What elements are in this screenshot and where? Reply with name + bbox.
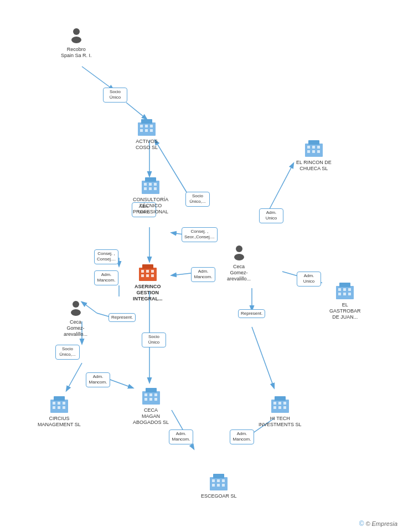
svg-rect-63 [149, 398, 152, 401]
svg-rect-54 [53, 406, 55, 409]
svg-rect-29 [145, 129, 148, 132]
svg-rect-42 [146, 270, 149, 273]
consultoria-label: CONSULTORÍA TÉCNICO PROFESIONAL [133, 197, 168, 214]
ceca-person-node: Ceca Gomez- arevalillo... [227, 244, 251, 282]
adm-mancom-badge-aserinco[interactable]: Adm. Mancom. [191, 267, 215, 282]
diagram: Recobro Spain Sa R. I. Socio Único ACTIV… [0, 0, 403, 532]
recobro-node: Recobro Spain Sa R. I. [61, 27, 92, 59]
adm-mancom-badge-4[interactable]: Adm. Mancom. [230, 429, 254, 444]
socio-unico-badge-2[interactable]: Socio Único,... [185, 192, 210, 207]
svg-rect-58 [146, 388, 157, 392]
el-rincon-label: EL RINCON DE CHUECA SL [296, 160, 332, 172]
svg-rect-50 [54, 396, 65, 401]
company-icon [136, 116, 157, 137]
company-icon-2 [140, 175, 161, 196]
socio-unico-badge-3[interactable]: Socio Único [142, 332, 166, 347]
company-icon-escegoar [208, 471, 229, 492]
svg-point-66 [234, 254, 244, 260]
person-icon-3 [231, 244, 247, 263]
svg-rect-64 [154, 398, 157, 401]
svg-rect-61 [154, 393, 157, 396]
svg-rect-53 [63, 402, 65, 405]
watermark: © © Empresia [359, 520, 397, 528]
svg-rect-71 [317, 146, 320, 149]
circius-node: CIRCIUS MANAGEMENT SL [38, 393, 81, 428]
ceca-magan-label: CECA MAGAN ABOGADOS SL [133, 407, 169, 425]
svg-rect-89 [278, 406, 281, 409]
svg-rect-73 [312, 150, 315, 153]
svg-rect-37 [149, 187, 152, 190]
svg-rect-86 [278, 402, 281, 405]
consej-badge-1[interactable]: Consej. , Consej.... [94, 249, 118, 264]
el-gastrobar-node: EL GASTROBAR DE JUAN... [329, 280, 361, 320]
svg-rect-68 [308, 140, 319, 145]
svg-rect-69 [307, 146, 310, 149]
activos-label: ACTIVOS COSO SL [136, 139, 158, 151]
represent-badge-1[interactable]: Represent. [108, 313, 136, 322]
consultoria-node: CONSULTORÍA TÉCNICO PROFESIONAL [133, 175, 168, 214]
svg-rect-92 [213, 474, 224, 478]
svg-rect-27 [150, 125, 153, 127]
svg-line-10 [252, 327, 274, 388]
svg-rect-55 [58, 406, 60, 409]
aserinco-node: ASERINCO GESTION INTEGRAL... [133, 262, 163, 301]
svg-rect-82 [348, 293, 351, 295]
svg-rect-81 [343, 293, 346, 295]
svg-rect-85 [273, 402, 276, 405]
circius-label: CIRCIUS MANAGEMENT SL [38, 416, 81, 428]
svg-rect-34 [149, 183, 152, 186]
aserinco-label: ASERINCO GESTION INTEGRAL... [133, 284, 163, 301]
company-icon-rincon [303, 137, 324, 158]
consej-badge-2[interactable]: Consej. , Seor.,Consej.... [182, 227, 218, 242]
company-icon-ceca-magan [141, 385, 162, 406]
svg-rect-90 [283, 406, 286, 409]
adm-mancom-badge-3[interactable]: Adm. Mancom. [169, 429, 193, 444]
svg-line-0 [82, 66, 113, 90]
company-icon-main [137, 262, 158, 283]
escegoar-node: ESCEGOAR SL [201, 471, 237, 499]
hitech-node: HI TECH INVESTMENTS SL [259, 393, 302, 428]
adm-mancom-badge-1[interactable]: Adm. Mancom. [94, 270, 118, 285]
svg-rect-93 [212, 479, 215, 482]
svg-rect-46 [151, 274, 154, 277]
svg-rect-79 [348, 288, 351, 291]
svg-rect-44 [141, 274, 144, 277]
svg-rect-28 [140, 129, 143, 132]
svg-rect-40 [142, 264, 153, 269]
svg-rect-96 [212, 484, 215, 487]
svg-rect-76 [339, 283, 350, 287]
svg-rect-62 [144, 398, 147, 401]
svg-rect-59 [144, 393, 147, 396]
el-rincon-node: EL RINCON DE CHUECA SL [296, 137, 332, 172]
svg-point-47 [73, 301, 79, 308]
svg-point-22 [71, 37, 81, 43]
svg-rect-52 [58, 402, 60, 405]
company-icon-circius [49, 393, 70, 415]
svg-point-65 [236, 245, 242, 252]
socio-unico-badge-1[interactable]: Socio Único [103, 88, 127, 103]
ceca-person2-label: Ceca Gomez- arevalillo... [64, 319, 87, 337]
recobro-label: Recobro Spain Sa R. I. [61, 47, 92, 59]
svg-rect-32 [145, 177, 156, 182]
svg-rect-56 [63, 406, 65, 409]
svg-rect-36 [144, 187, 147, 190]
svg-point-48 [71, 309, 81, 316]
adm-mancom-badge-2[interactable]: Adm. Mancom. [86, 372, 110, 387]
svg-rect-78 [343, 288, 346, 291]
adm-unico-badge-2[interactable]: Adm. Unico [259, 208, 283, 223]
adm-unico-badge-3[interactable]: Adm. Unico [297, 272, 321, 287]
svg-rect-30 [150, 129, 153, 132]
svg-rect-94 [217, 479, 220, 482]
socio-unico-badge-4[interactable]: Socio Único,... [55, 345, 80, 360]
company-icon-hitech [270, 393, 291, 415]
svg-rect-77 [338, 288, 341, 291]
represent-badge-2[interactable]: Represent. [238, 309, 265, 318]
svg-rect-25 [140, 125, 143, 127]
svg-rect-74 [317, 150, 320, 153]
activos-node: ACTIVOS COSO SL [136, 116, 158, 151]
svg-point-21 [73, 28, 80, 35]
el-gastrobar-label: EL GASTROBAR DE JUAN... [329, 302, 361, 320]
svg-rect-26 [145, 125, 148, 127]
ceca-magan-node: CECA MAGAN ABOGADOS SL [133, 385, 169, 425]
svg-rect-43 [151, 270, 154, 273]
